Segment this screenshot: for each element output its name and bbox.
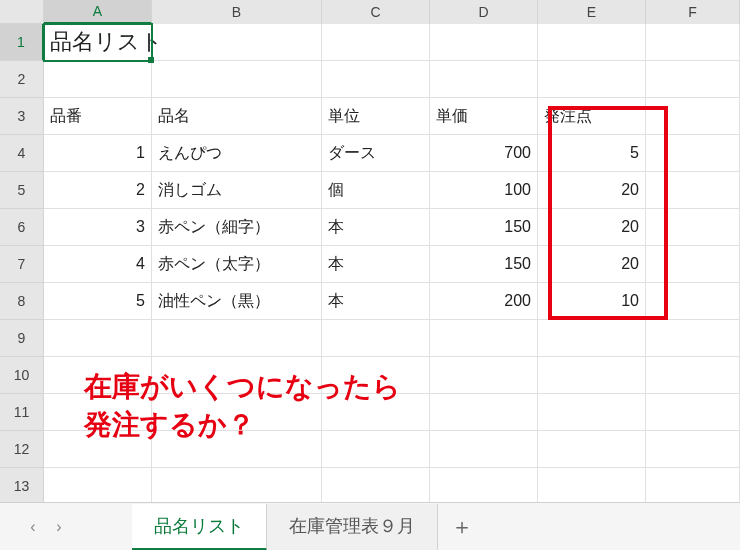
cell-C7[interactable]: 本	[322, 246, 430, 283]
cell-E13[interactable]	[538, 468, 646, 502]
cell-A4[interactable]: 1	[44, 135, 152, 172]
cell-E4[interactable]: 5	[538, 135, 646, 172]
row-header-13[interactable]: 13	[0, 468, 44, 502]
cell-F12[interactable]	[646, 431, 740, 468]
column-header-E[interactable]: E	[538, 0, 646, 24]
cell-A7[interactable]: 4	[44, 246, 152, 283]
cell-A9[interactable]	[44, 320, 152, 357]
cell-F9[interactable]	[646, 320, 740, 357]
cell-E11[interactable]	[538, 394, 646, 431]
cell-C10[interactable]	[322, 357, 430, 394]
cell-F2[interactable]	[646, 61, 740, 98]
cell-F13[interactable]	[646, 468, 740, 502]
cell-A3[interactable]: 品番	[44, 98, 152, 135]
cell-B8[interactable]: 油性ペン（黒）	[152, 283, 322, 320]
row-header-11[interactable]: 11	[0, 394, 44, 431]
cell-B3[interactable]: 品名	[152, 98, 322, 135]
cell-D6[interactable]: 150	[430, 209, 538, 246]
cell-A11[interactable]	[44, 394, 152, 431]
cell-F1[interactable]	[646, 24, 740, 61]
cell-F3[interactable]	[646, 98, 740, 135]
cell-C12[interactable]	[322, 431, 430, 468]
cell-C13[interactable]	[322, 468, 430, 502]
cell-D13[interactable]	[430, 468, 538, 502]
cell-C6[interactable]: 本	[322, 209, 430, 246]
cell-B5[interactable]: 消しゴム	[152, 172, 322, 209]
cell-C4[interactable]: ダース	[322, 135, 430, 172]
tab-add-button[interactable]: ＋	[438, 512, 486, 542]
cell-F6[interactable]	[646, 209, 740, 246]
cell-B1[interactable]	[152, 24, 322, 61]
row-header-10[interactable]: 10	[0, 357, 44, 394]
cell-D9[interactable]	[430, 320, 538, 357]
cell-F7[interactable]	[646, 246, 740, 283]
cell-D1[interactable]	[430, 24, 538, 61]
row-header-1[interactable]: 1	[0, 24, 44, 61]
column-header-A[interactable]: A	[44, 0, 152, 24]
cell-E10[interactable]	[538, 357, 646, 394]
cell-C9[interactable]	[322, 320, 430, 357]
cell-D10[interactable]	[430, 357, 538, 394]
cell-D12[interactable]	[430, 431, 538, 468]
cell-A6[interactable]: 3	[44, 209, 152, 246]
row-header-7[interactable]: 7	[0, 246, 44, 283]
cell-F5[interactable]	[646, 172, 740, 209]
cell-D7[interactable]: 150	[430, 246, 538, 283]
cell-B7[interactable]: 赤ペン（太字）	[152, 246, 322, 283]
cell-F11[interactable]	[646, 394, 740, 431]
cell-E3[interactable]: 発注点	[538, 98, 646, 135]
cell-B13[interactable]	[152, 468, 322, 502]
row-header-4[interactable]: 4	[0, 135, 44, 172]
cell-E8[interactable]: 10	[538, 283, 646, 320]
cell-A10[interactable]	[44, 357, 152, 394]
cell-B10[interactable]	[152, 357, 322, 394]
select-all-corner[interactable]	[0, 0, 44, 24]
cell-D11[interactable]	[430, 394, 538, 431]
cell-B2[interactable]	[152, 61, 322, 98]
cell-E5[interactable]: 20	[538, 172, 646, 209]
cell-D3[interactable]: 単価	[430, 98, 538, 135]
row-header-12[interactable]: 12	[0, 431, 44, 468]
cell-A1[interactable]: 品名リスト	[44, 24, 152, 61]
cell-F4[interactable]	[646, 135, 740, 172]
cell-B12[interactable]	[152, 431, 322, 468]
cell-A2[interactable]	[44, 61, 152, 98]
cell-E9[interactable]	[538, 320, 646, 357]
column-header-D[interactable]: D	[430, 0, 538, 24]
cell-C3[interactable]: 単位	[322, 98, 430, 135]
cell-C11[interactable]	[322, 394, 430, 431]
row-header-6[interactable]: 6	[0, 209, 44, 246]
cell-E2[interactable]	[538, 61, 646, 98]
cell-B6[interactable]: 赤ペン（細字）	[152, 209, 322, 246]
cell-A8[interactable]: 5	[44, 283, 152, 320]
tab-nav-next[interactable]: ›	[46, 514, 72, 540]
cell-C2[interactable]	[322, 61, 430, 98]
cell-C1[interactable]	[322, 24, 430, 61]
cell-F8[interactable]	[646, 283, 740, 320]
column-header-B[interactable]: B	[152, 0, 322, 24]
sheet-tab-1[interactable]: 在庫管理表９月	[267, 504, 438, 550]
sheet-tab-0[interactable]: 品名リスト	[132, 504, 267, 551]
cell-B11[interactable]	[152, 394, 322, 431]
column-header-C[interactable]: C	[322, 0, 430, 24]
row-header-3[interactable]: 3	[0, 98, 44, 135]
row-header-2[interactable]: 2	[0, 61, 44, 98]
cell-D2[interactable]	[430, 61, 538, 98]
cell-C8[interactable]: 本	[322, 283, 430, 320]
cell-B4[interactable]: えんぴつ	[152, 135, 322, 172]
cell-E12[interactable]	[538, 431, 646, 468]
cell-B9[interactable]	[152, 320, 322, 357]
row-header-9[interactable]: 9	[0, 320, 44, 357]
cell-A13[interactable]	[44, 468, 152, 502]
tab-nav-prev[interactable]: ‹	[20, 514, 46, 540]
column-header-F[interactable]: F	[646, 0, 740, 24]
row-header-5[interactable]: 5	[0, 172, 44, 209]
cell-E7[interactable]: 20	[538, 246, 646, 283]
cell-D5[interactable]: 100	[430, 172, 538, 209]
cell-E6[interactable]: 20	[538, 209, 646, 246]
cell-D4[interactable]: 700	[430, 135, 538, 172]
cell-E1[interactable]	[538, 24, 646, 61]
cell-D8[interactable]: 200	[430, 283, 538, 320]
row-header-8[interactable]: 8	[0, 283, 44, 320]
cell-A5[interactable]: 2	[44, 172, 152, 209]
